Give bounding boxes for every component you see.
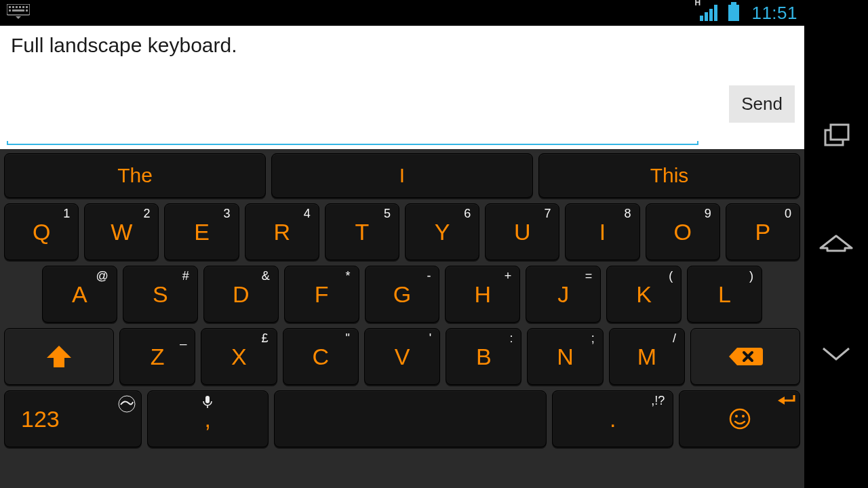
svg-rect-6 bbox=[26, 6, 28, 8]
screen: H 11:51 Full landscape keyboard. Send Th… bbox=[0, 0, 804, 488]
spacebar-key[interactable] bbox=[274, 390, 547, 447]
status-bar: H 11:51 bbox=[0, 0, 804, 26]
key-u[interactable]: U7 bbox=[485, 203, 559, 260]
emoji-enter-key[interactable] bbox=[679, 390, 800, 447]
key-m[interactable]: M/ bbox=[609, 328, 685, 385]
key-z[interactable]: Z_ bbox=[119, 328, 195, 385]
recent-apps-icon bbox=[821, 122, 851, 149]
svg-rect-2 bbox=[12, 6, 14, 8]
svg-rect-20 bbox=[831, 125, 848, 140]
backspace-key[interactable] bbox=[690, 328, 800, 385]
key-i[interactable]: I8 bbox=[565, 203, 639, 260]
key-k[interactable]: K( bbox=[606, 266, 682, 323]
key-t[interactable]: T5 bbox=[325, 203, 399, 260]
shift-key[interactable] bbox=[4, 328, 114, 385]
key-w[interactable]: W2 bbox=[84, 203, 159, 260]
key-row-2: A@ S# D& F* G- H+ J= K( L) bbox=[4, 266, 800, 323]
symbols-key[interactable]: 123 bbox=[4, 390, 142, 447]
keyboard-dismiss-button[interactable] bbox=[819, 344, 853, 366]
signal-icon: H bbox=[700, 5, 723, 21]
enter-icon bbox=[778, 394, 795, 407]
network-type: H bbox=[694, 0, 701, 7]
battery-icon bbox=[728, 5, 739, 21]
key-q[interactable]: Q1 bbox=[4, 203, 79, 260]
key-v[interactable]: V' bbox=[364, 328, 440, 385]
key-o[interactable]: O9 bbox=[646, 203, 720, 260]
suggestion-1[interactable]: I bbox=[271, 153, 533, 198]
smiley-icon bbox=[728, 407, 752, 431]
key-f[interactable]: F* bbox=[284, 266, 359, 323]
svg-point-16 bbox=[735, 415, 738, 418]
svg-rect-7 bbox=[9, 9, 11, 12]
status-icons: H 11:51 bbox=[700, 3, 797, 24]
home-button[interactable] bbox=[819, 233, 853, 263]
suggestion-2[interactable]: This bbox=[538, 153, 800, 198]
swiftkey-logo-icon bbox=[118, 395, 136, 413]
key-y[interactable]: Y6 bbox=[405, 203, 479, 260]
key-b[interactable]: B: bbox=[446, 328, 521, 385]
svg-marker-21 bbox=[821, 236, 852, 251]
text-field-underline bbox=[7, 141, 698, 145]
key-row-3: Z_ X£ C" V' B: N; M/ bbox=[4, 328, 800, 385]
comma-key[interactable]: , bbox=[147, 390, 269, 447]
compose-text[interactable]: Full landscape keyboard. bbox=[11, 33, 793, 58]
soft-keyboard: The I This Q1 W2 E3 R4 T5 Y6 U7 I8 O9 P0… bbox=[0, 149, 804, 488]
key-l[interactable]: L) bbox=[687, 266, 762, 323]
recent-apps-button[interactable] bbox=[821, 122, 851, 152]
suggestion-row: The I This bbox=[4, 153, 800, 198]
key-row-1: Q1 W2 E3 R4 T5 Y6 U7 I8 O9 P0 bbox=[4, 203, 800, 260]
key-j[interactable]: J= bbox=[526, 266, 601, 323]
home-icon bbox=[819, 233, 853, 260]
status-clock: 11:51 bbox=[751, 3, 797, 24]
key-row-4: 123 , . ,!? bbox=[4, 390, 800, 447]
period-key[interactable]: . ,!? bbox=[552, 390, 673, 447]
key-p[interactable]: P0 bbox=[726, 203, 800, 260]
svg-rect-3 bbox=[16, 6, 18, 8]
key-a[interactable]: A@ bbox=[42, 266, 117, 323]
send-button[interactable]: Send bbox=[729, 85, 795, 123]
svg-rect-9 bbox=[26, 9, 28, 12]
key-r[interactable]: R4 bbox=[245, 203, 319, 260]
svg-point-17 bbox=[742, 415, 745, 418]
svg-point-15 bbox=[730, 409, 749, 428]
chevron-down-icon bbox=[819, 344, 853, 363]
svg-marker-10 bbox=[16, 16, 21, 19]
key-d[interactable]: D& bbox=[203, 266, 279, 323]
key-g[interactable]: G- bbox=[365, 266, 440, 323]
compose-area[interactable]: Full landscape keyboard. Send bbox=[0, 26, 804, 149]
key-e[interactable]: E3 bbox=[164, 203, 239, 260]
key-s[interactable]: S# bbox=[123, 266, 198, 323]
keyboard-indicator-icon bbox=[7, 4, 30, 22]
key-n[interactable]: N; bbox=[527, 328, 603, 385]
svg-marker-18 bbox=[778, 396, 785, 405]
svg-rect-5 bbox=[22, 6, 24, 8]
mic-icon bbox=[202, 395, 213, 409]
key-x[interactable]: X£ bbox=[201, 328, 277, 385]
backspace-icon bbox=[728, 345, 763, 368]
suggestion-0[interactable]: The bbox=[4, 153, 266, 198]
svg-rect-8 bbox=[12, 9, 24, 12]
key-h[interactable]: H+ bbox=[445, 266, 520, 323]
device-frame: H 11:51 Full landscape keyboard. Send Th… bbox=[0, 0, 868, 488]
svg-rect-13 bbox=[205, 396, 210, 403]
shift-icon bbox=[45, 344, 73, 369]
system-nav-bar bbox=[804, 0, 868, 488]
key-c[interactable]: C" bbox=[283, 328, 359, 385]
svg-rect-1 bbox=[9, 6, 11, 8]
svg-rect-4 bbox=[19, 6, 21, 8]
svg-marker-11 bbox=[47, 346, 71, 367]
